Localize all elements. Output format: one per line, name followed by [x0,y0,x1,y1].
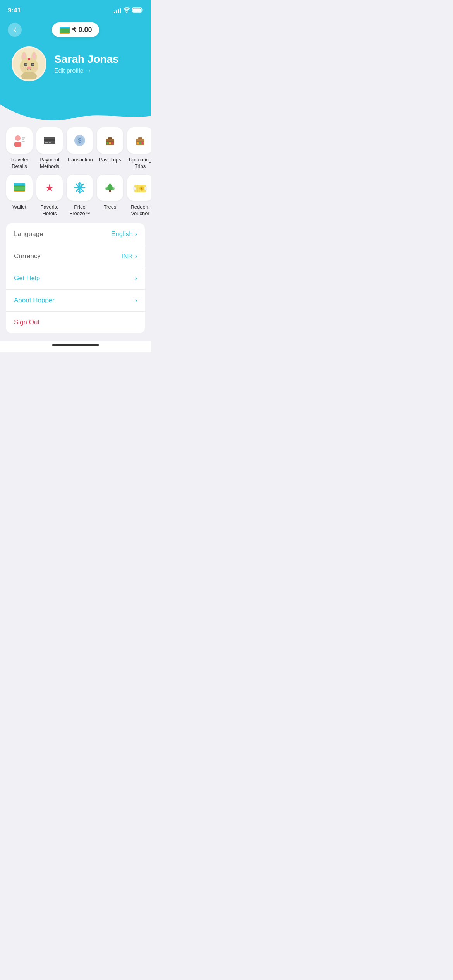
wallet-label: Wallet [12,204,26,211]
grid-item-traveler-details[interactable]: Traveler Details [6,127,33,170]
svg-point-58 [105,187,108,190]
grid-item-trees[interactable]: Trees [97,175,123,217]
sign-out-row[interactable]: Sign Out [6,312,145,333]
sign-out-label: Sign Out [14,319,39,326]
home-indicator [0,341,151,352]
battery-icon [132,7,143,14]
payment-methods-label: Payment Methods [36,157,63,170]
wallet-pill[interactable]: ₹ 0.00 [52,22,99,37]
svg-point-14 [33,64,34,65]
avatar [12,46,46,81]
svg-rect-34 [106,141,114,142]
currency-value: INR › [121,252,137,260]
grid-row-1: Traveler Details Payment Methods $ [6,127,145,170]
about-hopper-row[interactable]: About Hopper › [6,290,145,312]
currency-label: Currency [14,252,41,260]
svg-point-42 [139,142,141,144]
currency-row[interactable]: Currency INR › [6,245,145,267]
language-value-text: English [111,230,133,238]
svg-rect-21 [14,142,21,147]
svg-rect-26 [44,139,55,141]
svg-point-18 [28,58,30,60]
wallet-amount: ₹ 0.00 [72,26,92,34]
traveler-details-icon-box [6,127,33,154]
svg-point-43 [142,142,144,144]
profile-info: Sarah Jonas Edit profile → [54,53,119,75]
grid-item-price-freeze[interactable]: Price Freeze™ [67,175,93,217]
status-time: 9:41 [8,7,21,14]
language-row[interactable]: Language English › [6,223,145,245]
language-chevron-icon: › [135,231,137,238]
signal-icon [114,8,121,13]
svg-point-41 [137,142,139,144]
wave-separator [0,104,151,123]
svg-point-15 [27,67,31,69]
past-trips-label: Past Trips [99,157,121,163]
home-bar [52,344,99,346]
svg-rect-33 [108,137,112,139]
grid-item-upcoming-trips[interactable]: Upcoming Trips [127,127,151,170]
redeem-voucher-label: Redeem Voucher [127,204,151,217]
wallet-icon [12,181,26,195]
transaction-label: Transac­tion [67,157,93,163]
language-value: English › [111,230,137,238]
favorite-hotels-label: Favorite Hotels [36,204,63,217]
favorite-hotels-icon-box [36,175,63,201]
svg-point-17 [33,67,37,70]
svg-point-37 [112,142,113,144]
header: ₹ 0.00 [0,19,151,37]
svg-rect-27 [45,142,48,143]
past-trips-icon [103,134,117,147]
redeem-voucher-icon-box: $ [127,175,151,201]
redeem-voucher-icon: $ [133,181,147,195]
svg-rect-39 [138,137,142,139]
upcoming-trips-icon [133,134,147,147]
status-icons [114,7,143,14]
grid-item-past-trips[interactable]: Past Trips [97,127,123,170]
svg-point-59 [112,187,115,190]
past-trips-icon-box [97,127,123,154]
trees-icon-box [97,175,123,201]
traveler-details-icon [12,134,26,147]
svg-point-36 [109,142,111,144]
back-button[interactable] [8,23,22,37]
svg-rect-22 [22,137,25,139]
favorite-hotels-icon [43,181,57,195]
language-label: Language [14,230,43,238]
trees-label: Trees [104,204,117,211]
svg-rect-1 [133,8,141,12]
svg-rect-5 [60,28,70,33]
get-help-row[interactable]: Get Help › [6,267,145,290]
svg-rect-28 [49,142,51,143]
svg-rect-48 [14,187,25,190]
transaction-icon-box: $ [67,127,93,154]
payment-methods-icon [43,134,57,147]
svg-rect-57 [109,190,111,192]
svg-rect-24 [22,141,25,142]
about-hopper-label: About Hopper [14,296,55,304]
edit-profile-link[interactable]: Edit profile → [54,67,119,74]
svg-point-13 [26,64,27,65]
grid-item-redeem-voucher[interactable]: $ Redeem Voucher [127,175,151,217]
grid-item-payment-methods[interactable]: Payment Methods [36,127,63,170]
back-icon [12,27,18,33]
upcoming-trips-label: Upcoming Trips [127,157,151,170]
about-hopper-chevron-icon: › [135,297,137,304]
grid-item-transaction[interactable]: $ Transac­tion [67,127,93,170]
upcoming-trips-icon-box [127,127,151,154]
status-bar: 9:41 [0,0,151,19]
svg-text:$: $ [78,137,82,144]
svg-point-35 [107,142,109,144]
wallet-icon-box [6,175,33,201]
grid-item-wallet[interactable]: Wallet [6,175,33,217]
price-freeze-icon-box [67,175,93,201]
avatar-illustration [14,48,45,79]
svg-rect-23 [22,139,24,140]
grid-item-favorite-hotels[interactable]: Favorite Hotels [36,175,63,217]
trees-icon [103,181,117,195]
svg-point-20 [15,135,21,141]
grid-row-2: Wallet Favorite Hotels [6,175,145,217]
svg-text:$: $ [141,187,142,191]
svg-rect-40 [136,141,144,142]
profile-section: Sarah Jonas Edit profile → [0,37,151,105]
